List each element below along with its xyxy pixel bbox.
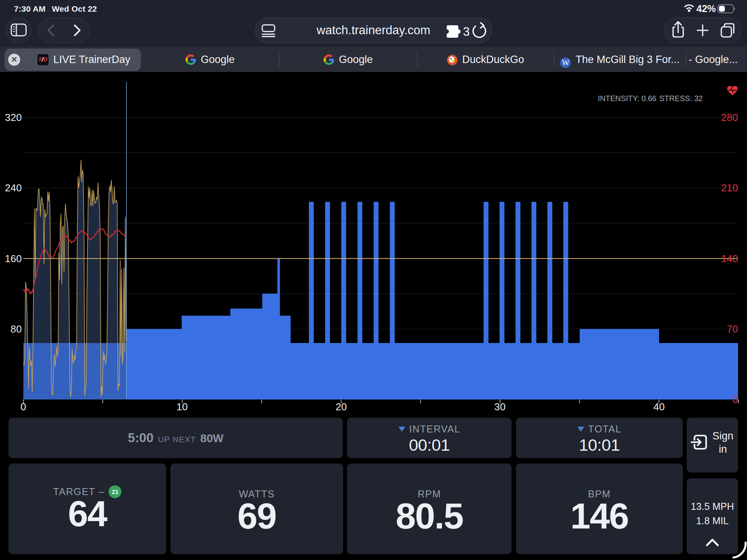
svg-text:STRESS: 32: STRESS: 32 — [659, 94, 703, 103]
svg-text:0: 0 — [733, 394, 738, 405]
svg-text:140: 140 — [721, 253, 738, 264]
svg-text:70: 70 — [727, 323, 738, 335]
svg-text:80: 80 — [11, 323, 22, 335]
svg-text:INTENSITY: 0.66: INTENSITY: 0.66 — [598, 94, 656, 103]
svg-text:210: 210 — [721, 182, 738, 194]
svg-text:160: 160 — [5, 253, 22, 264]
svg-text:280: 280 — [721, 112, 738, 123]
svg-text:240: 240 — [5, 182, 22, 194]
svg-text:320: 320 — [5, 112, 22, 123]
